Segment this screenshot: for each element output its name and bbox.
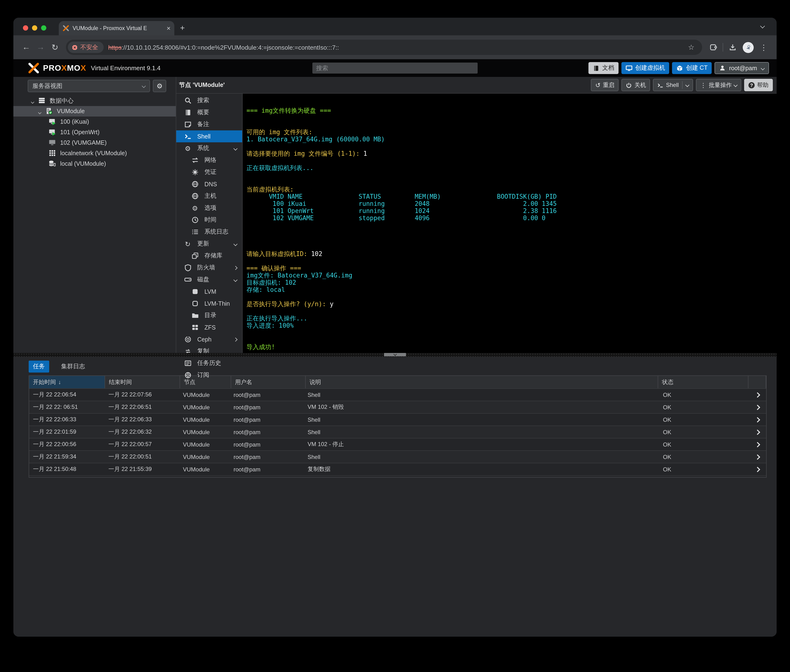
tab-search-chevron-icon[interactable] bbox=[761, 21, 764, 30]
column-header-1[interactable]: 结束时间 bbox=[105, 376, 180, 388]
extensions-icon[interactable] bbox=[706, 43, 720, 51]
close-window-button[interactable] bbox=[23, 25, 28, 30]
tree-item-100-ikuai[interactable]: 100 (iKuai) bbox=[13, 117, 176, 127]
menu-item-[interactable]: 主机 bbox=[176, 190, 242, 202]
column-header-3[interactable]: 用户名 bbox=[231, 376, 306, 388]
tree-settings-button[interactable]: ⚙ bbox=[153, 80, 166, 92]
task-detail-chevron[interactable] bbox=[749, 401, 766, 413]
column-header-5[interactable]: 状态 bbox=[658, 376, 748, 388]
terminal-line: 当前虚拟机列表: bbox=[246, 186, 777, 193]
menu-item-lvm-thin[interactable]: LVM-Thin bbox=[176, 298, 242, 309]
task-row[interactable]: 一月 22 22:06:33一月 22 22:06:33VUModuleroot… bbox=[29, 413, 766, 426]
task-detail-chevron[interactable] bbox=[749, 414, 766, 426]
menu-item-[interactable]: ⚙选项 bbox=[176, 202, 242, 214]
book-icon bbox=[184, 109, 192, 116]
menu-item-label: 时间 bbox=[205, 216, 216, 224]
task-row[interactable]: 复制数据 bbox=[29, 475, 766, 478]
tree-expander-icon[interactable] bbox=[39, 108, 45, 115]
task-row[interactable]: 一月 22 22: 06:51一月 22 22:06:51VUModuleroo… bbox=[29, 401, 766, 413]
menu-item-[interactable]: 凭证 bbox=[176, 166, 242, 178]
zoom-window-button[interactable] bbox=[41, 25, 46, 30]
task-detail-chevron[interactable] bbox=[749, 476, 766, 478]
menu-item-[interactable]: 存储库 bbox=[176, 250, 242, 262]
shell-button[interactable]: Shell bbox=[653, 79, 693, 91]
security-badge[interactable]: 不安全 bbox=[68, 42, 103, 53]
task-detail-chevron[interactable] bbox=[749, 438, 766, 450]
create-ct-button[interactable]: 创建 CT bbox=[672, 62, 712, 74]
column-header-0[interactable]: 开始时间↓ bbox=[29, 376, 105, 388]
menu-item-[interactable]: 概要 bbox=[176, 107, 242, 118]
shutdown-button[interactable]: 关机 bbox=[622, 79, 650, 91]
menu-item-label: Ceph bbox=[197, 336, 211, 343]
task-cell: OK bbox=[659, 438, 749, 450]
panel-splitter[interactable] bbox=[13, 353, 777, 357]
bookmark-star-icon[interactable]: ☆ bbox=[682, 43, 700, 51]
back-button[interactable]: ← bbox=[19, 43, 34, 52]
task-detail-chevron[interactable] bbox=[749, 463, 766, 475]
tree-item-102-vumgame[interactable]: 102 (VUMGAME) bbox=[13, 138, 176, 148]
tab-cluster-log[interactable]: 集群日志 bbox=[57, 360, 89, 372]
documentation-button[interactable]: 文档 bbox=[589, 62, 619, 74]
task-row[interactable]: 一月 22 22:00:56一月 22 22:00:57VUModuleroot… bbox=[29, 438, 766, 450]
new-tab-button[interactable]: + bbox=[180, 24, 185, 32]
vm-stopped-icon bbox=[49, 139, 57, 147]
menu-item-[interactable]: 搜索 bbox=[176, 94, 242, 107]
menu-item-[interactable]: 磁盘 bbox=[176, 274, 242, 286]
tree-item-local-vumodule[interactable]: local (VUModule) bbox=[13, 158, 176, 169]
global-search-input[interactable] bbox=[312, 62, 478, 74]
menu-item-[interactable]: 订阅 bbox=[176, 369, 242, 381]
menu-item-[interactable]: 时间 bbox=[176, 214, 242, 226]
profile-avatar[interactable] bbox=[743, 42, 754, 53]
list-icon bbox=[191, 228, 199, 235]
splitter-handle[interactable] bbox=[384, 353, 406, 356]
tab-close-icon[interactable]: × bbox=[167, 25, 171, 32]
task-row[interactable]: 一月 22 21:59:34一月 22 22:00:51VUModuleroot… bbox=[29, 450, 766, 463]
task-row[interactable]: 一月 22 22:01:59一月 22 22:06:32VUModuleroot… bbox=[29, 426, 766, 438]
menu-item-[interactable]: 任务历史 bbox=[176, 357, 242, 369]
tree-expander-icon[interactable] bbox=[32, 98, 38, 104]
menu-item-[interactable]: ⚙系统 bbox=[176, 142, 242, 154]
tab-tasks[interactable]: 任务 bbox=[29, 360, 49, 372]
tree-item-101-openwrt[interactable]: 101 (OpenWrt) bbox=[13, 127, 176, 138]
terminal-line bbox=[246, 258, 777, 265]
task-cell: OK bbox=[659, 401, 749, 413]
task-detail-chevron[interactable] bbox=[749, 389, 766, 401]
menu-item-zfs[interactable]: ZFS bbox=[176, 322, 242, 333]
menu-item-lvm[interactable]: LVM bbox=[176, 286, 242, 298]
column-header-4[interactable]: 说明 bbox=[306, 376, 658, 388]
user-menu-button[interactable]: root@pam bbox=[715, 62, 769, 74]
view-selector[interactable]: 服务器视图 bbox=[28, 80, 150, 92]
menu-item-shell[interactable]: Shell bbox=[176, 130, 242, 142]
shell-terminal[interactable]: === img文件转换为硬盘 ===可用的 img 文件列表:1. Batoce… bbox=[243, 94, 777, 353]
help-button[interactable]: ?帮助 bbox=[744, 79, 773, 91]
task-row[interactable]: 一月 22 22:06:54一月 22 22:07:56VUModuleroot… bbox=[29, 388, 766, 401]
reload-button[interactable]: ↻ bbox=[48, 42, 62, 52]
browser-tab[interactable]: VUModule - Proxmox Virtual E × bbox=[59, 21, 174, 35]
menu-item-[interactable]: 备注 bbox=[176, 118, 242, 130]
download-icon[interactable] bbox=[726, 43, 740, 51]
menu-kebab-icon[interactable]: ⋮ bbox=[756, 43, 771, 52]
button-label: 帮助 bbox=[757, 81, 769, 89]
menu-item-[interactable]: 网络 bbox=[176, 154, 242, 166]
menu-item-[interactable]: 防火墙 bbox=[176, 262, 242, 274]
menu-item-[interactable]: 目录 bbox=[176, 309, 242, 322]
tree-item-vumodule[interactable]: VUModule bbox=[13, 106, 176, 117]
task-row[interactable]: 一月 22 21:50:48一月 22 21:55:39VUModuleroot… bbox=[29, 463, 766, 475]
create-vm-button[interactable]: 创建虚拟机 bbox=[621, 62, 669, 74]
address-bar[interactable]: 不安全 https://10.10.10.254:8006/#v1:0:=nod… bbox=[66, 40, 702, 55]
menu-item-dns[interactable]: DNS bbox=[176, 178, 242, 190]
minimize-window-button[interactable] bbox=[32, 25, 37, 30]
task-detail-chevron[interactable] bbox=[749, 426, 766, 438]
task-cell: root@pam bbox=[230, 414, 304, 426]
menu-item-[interactable]: 系统日志 bbox=[176, 226, 242, 238]
forward-button[interactable]: → bbox=[34, 43, 48, 52]
menu-item-[interactable]: ↻更新 bbox=[176, 238, 242, 250]
tree-item-localnetwork-vumodule[interactable]: localnetwork (VUModule) bbox=[13, 148, 176, 158]
task-detail-chevron[interactable] bbox=[749, 451, 766, 463]
restart-button[interactable]: ↺重启 bbox=[591, 79, 619, 91]
tree-item-[interactable]: 数据中心 bbox=[13, 96, 176, 106]
task-cell: root@pam bbox=[230, 451, 304, 463]
bulk-actions-button[interactable]: ⋮批量操作 bbox=[696, 79, 741, 91]
terminal-line: 请选择要使用的 img 文件编号 (1-1): 1 bbox=[246, 150, 777, 157]
menu-item-ceph[interactable]: Ceph bbox=[176, 333, 242, 345]
